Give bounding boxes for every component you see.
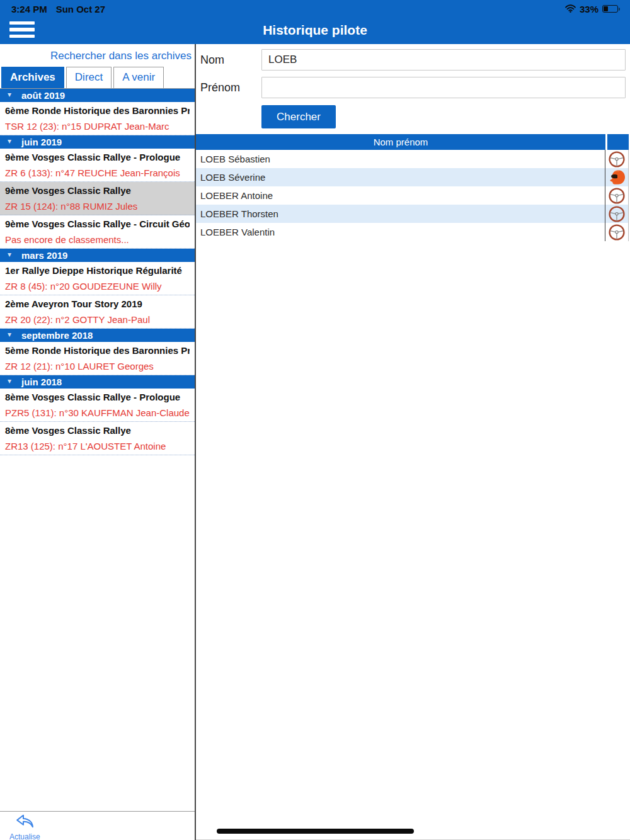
collapse-triangle-icon: ▾ xyxy=(8,135,11,148)
hamburger-menu-icon[interactable] xyxy=(9,19,35,40)
month-header-mars-2019[interactable]: ▾ mars 2019 xyxy=(0,249,195,262)
undo-arrow-icon xyxy=(15,814,35,832)
nom-input[interactable] xyxy=(261,49,626,71)
archives-sidebar: Rechercher dans les archives Archives Di… xyxy=(0,44,196,840)
event-item[interactable]: 8ème Vosges Classic Rallye - Prologue PZ… xyxy=(0,389,195,422)
event-item[interactable]: 8ème Vosges Classic Rallye ZR13 (125): n… xyxy=(0,422,195,455)
event-item[interactable]: 5ème Ronde Historique des Baronnies Pr… … xyxy=(0,342,195,375)
tab-archives[interactable]: Archives xyxy=(1,67,64,88)
sidebar-tabbar: Archives Direct A venir xyxy=(0,67,195,89)
event-item[interactable]: 1er Rallye Dieppe Historique Régularité … xyxy=(0,262,195,295)
prenom-label: Prénom xyxy=(200,81,261,94)
month-header-septembre-2018[interactable]: ▾ septembre 2018 xyxy=(0,329,195,342)
prenom-input[interactable] xyxy=(261,77,626,98)
table-row[interactable]: LOEB Séverine xyxy=(196,168,628,186)
month-header-aout-2019[interactable]: ▾ août 2019 xyxy=(0,89,195,102)
event-item[interactable]: 9ème Vosges Classic Rallye - Prologue ZR… xyxy=(0,149,195,182)
event-item[interactable]: 2ème Aveyron Tour Story 2019 ZR 20 (22):… xyxy=(0,295,195,329)
month-header-juin-2019[interactable]: ▾ juin 2019 xyxy=(0,135,195,149)
events-list: ▾ août 2019 6ème Ronde Historique des Ba… xyxy=(0,89,195,455)
nav-bar: Historique pilote xyxy=(0,16,630,44)
event-item[interactable]: 6ème Ronde Historique des Baronnies Pr… … xyxy=(0,102,195,135)
home-indicator[interactable] xyxy=(217,829,414,834)
table-row[interactable]: LOEB Sébastien xyxy=(196,150,628,168)
column-header-icon xyxy=(605,134,629,150)
top-bar: 3:24 PM Sun Oct 27 33% xyxy=(0,0,630,44)
sidebar-toolbar: Actualise xyxy=(0,811,195,840)
search-archives-link[interactable]: Rechercher dans les archives xyxy=(0,44,195,67)
date: Sun Oct 27 xyxy=(56,4,105,14)
refresh-button[interactable]: Actualise xyxy=(9,814,40,840)
steering-wheel-icon xyxy=(605,150,628,168)
collapse-triangle-icon: ▾ xyxy=(8,375,11,388)
steering-wheel-icon xyxy=(605,205,628,223)
app-screen: 3:24 PM Sun Oct 27 33% xyxy=(0,0,630,840)
event-item[interactable]: 9ème Vosges Classic Rallye - Circuit Géo… xyxy=(0,215,195,249)
helmet-icon xyxy=(605,168,628,186)
battery-icon xyxy=(602,5,620,13)
collapse-triangle-icon: ▾ xyxy=(8,328,11,341)
table-row[interactable]: LOEBER Valentin xyxy=(196,223,628,241)
nom-label: Nom xyxy=(200,54,261,67)
search-form: Nom Prénom Chercher xyxy=(196,44,630,128)
status-bar: 3:24 PM Sun Oct 27 33% xyxy=(0,0,630,16)
table-row[interactable]: LOEBER Antoine xyxy=(196,186,628,205)
clock: 3:24 PM xyxy=(11,4,47,14)
tab-direct[interactable]: Direct xyxy=(66,67,112,88)
collapse-triangle-icon: ▾ xyxy=(8,88,11,101)
column-header-nom-prenom: Nom prénom xyxy=(196,134,605,150)
battery-percent: 33% xyxy=(580,4,598,14)
wifi-icon xyxy=(565,4,576,14)
page-title: Historique pilote xyxy=(263,23,367,38)
results-table: Nom prénom LOEB Sébastien xyxy=(196,134,629,241)
collapse-triangle-icon: ▾ xyxy=(8,248,11,261)
month-header-juin-2018[interactable]: ▾ juin 2018 xyxy=(0,375,195,389)
steering-wheel-icon xyxy=(605,223,628,241)
chercher-button[interactable]: Chercher xyxy=(261,105,336,128)
table-header-row: Nom prénom xyxy=(196,134,629,150)
steering-wheel-icon xyxy=(605,186,628,205)
pilot-history-panel: Nom Prénom Chercher Nom prénom LOEB Séba… xyxy=(196,44,630,840)
sidebar-empty-space xyxy=(0,455,195,811)
event-item-selected[interactable]: 9ème Vosges Classic Rallye ZR 15 (124): … xyxy=(0,182,195,215)
table-row[interactable]: LOEBER Thorsten xyxy=(196,205,628,223)
tab-a-venir[interactable]: A venir xyxy=(113,67,164,88)
